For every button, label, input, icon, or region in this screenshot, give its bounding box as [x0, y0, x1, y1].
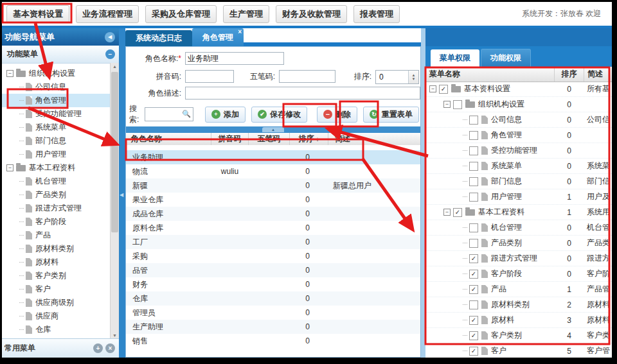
spinner-arrows[interactable]: ▲▼	[408, 71, 418, 83]
permission-checkbox[interactable]	[469, 270, 478, 279]
table-row[interactable]: 原料仓库 0	[126, 221, 420, 235]
main-tab[interactable]: 系统动态日志 ×	[125, 30, 192, 46]
tab-close-icon[interactable]: ×	[238, 29, 242, 35]
top-menu-button[interactable]: 报表管理	[353, 5, 400, 23]
role-name-input[interactable]	[185, 52, 284, 65]
permission-tab[interactable]: 菜单权限	[431, 49, 479, 67]
collapse-minus-icon[interactable]: −	[105, 49, 115, 59]
permission-checkbox[interactable]	[469, 347, 478, 356]
sidebar-tree-item[interactable]: − 机台管理	[2, 175, 111, 188]
sidebar-tree-item[interactable]: − 部门信息	[2, 134, 111, 148]
permission-checkbox[interactable]	[469, 254, 478, 263]
permission-tree-row[interactable]: − 基本资料设置 0 所有基	[425, 82, 612, 97]
table-row[interactable]: 销售 0	[126, 334, 420, 348]
splitter-collapse-icon[interactable]: ◀	[120, 192, 123, 198]
permission-checkbox[interactable]	[469, 177, 478, 186]
wubi-input[interactable]	[279, 70, 335, 83]
top-menu-button[interactable]: 基本资料设置	[6, 5, 69, 23]
permission-tree-row[interactable]: − 用户管理 1 用户及	[425, 189, 612, 205]
permission-tree-row[interactable]: − 系统菜单 0 系统菜	[425, 159, 612, 174]
expander-icon[interactable]: −	[443, 209, 451, 216]
permission-tree-row[interactable]: − 原材料 3 原材料	[425, 313, 612, 328]
sort-spinner[interactable]: 0 ▲▼	[375, 70, 419, 84]
table-row[interactable]: 采购 0	[126, 249, 420, 263]
permission-checkbox[interactable]	[469, 116, 478, 125]
sidebar-tree-item[interactable]: − 原材料	[2, 256, 111, 269]
sidebar-bottom-bar[interactable]: 常用菜单 + ×	[2, 338, 119, 358]
permission-tree-row[interactable]: − 部门信息 0 部门信	[425, 174, 612, 189]
permission-tree-row[interactable]: − 产品类别 0 产品类	[425, 236, 612, 251]
sidebar-tree-item[interactable]: − 系统菜单	[2, 121, 111, 134]
sidebar-tree-item[interactable]: − 组织机构设置	[2, 67, 111, 80]
permission-tree-row[interactable]: − 客户类别 4 客户类	[425, 328, 612, 343]
permission-checkbox[interactable]	[469, 162, 478, 171]
expander-icon[interactable]: −	[6, 164, 13, 171]
permission-tab[interactable]: 功能权限	[481, 49, 531, 67]
search-icon[interactable]: 🔍	[182, 110, 191, 118]
top-menu-button[interactable]: 业务流程管理	[76, 5, 139, 23]
table-row[interactable]: 果业仓库 0	[126, 193, 420, 207]
table-row[interactable]: 品管 0	[126, 263, 420, 277]
permission-tree-row[interactable]: − 受控功能管理 0	[425, 143, 612, 159]
top-menu-button[interactable]: 采购及仓库管理	[145, 5, 217, 23]
sidebar-section-header[interactable]: 功能菜单 −	[2, 46, 119, 64]
permission-tree-row[interactable]: − 角色管理 0	[425, 128, 612, 143]
table-row[interactable]: 新疆 0 新疆总用户	[126, 178, 420, 193]
permission-tree-row[interactable]: − 组织机构设置 0	[425, 97, 612, 112]
save-button[interactable]: ✔保存修改	[251, 107, 307, 123]
table-row[interactable]: 业务助理 0	[126, 150, 420, 164]
reset-button[interactable]: ↻重置表单	[363, 107, 419, 123]
column-header-sort[interactable]: 排序↓	[290, 133, 328, 145]
table-row[interactable]: 工厂 0	[126, 235, 420, 249]
permission-tree-row[interactable]: − 产品 1 产品管	[425, 282, 612, 297]
sidebar-splitter[interactable]: ◀	[119, 28, 125, 358]
permission-checkbox[interactable]	[439, 85, 448, 94]
permission-tree-row[interactable]: − 客户 5 客户管	[425, 343, 612, 358]
plus-circle-icon[interactable]: +	[93, 343, 103, 353]
permission-checkbox[interactable]	[469, 331, 478, 340]
permission-tree-row[interactable]: − 客户阶段 0 客户阶	[425, 266, 612, 282]
expander-icon[interactable]: −	[429, 85, 436, 92]
main-tab[interactable]: 角色管理 ×	[192, 28, 244, 46]
table-row[interactable]: 仓库 0	[126, 291, 420, 306]
top-menu-button[interactable]: 财务及收款管理	[276, 5, 347, 23]
scroll-up-icon[interactable]: ▲	[111, 64, 119, 69]
sidebar-tree-item[interactable]: − 产品	[2, 229, 111, 242]
permission-tree-row[interactable]: − 机台管理 0 机台管	[425, 220, 612, 236]
permission-tree-row[interactable]: − 跟进方式管理 0 跟进方	[425, 251, 612, 266]
sidebar-tree-item[interactable]: − 供应商	[2, 309, 111, 323]
column-header-pinyin[interactable]: 拼音码	[211, 133, 249, 145]
sidebar-tree-item[interactable]: − 基本工程资料	[2, 161, 111, 175]
scroll-down-icon[interactable]: ▼	[111, 333, 119, 338]
sidebar-tree-item[interactable]: − 客户阶段	[2, 215, 111, 229]
sidebar-tree-item[interactable]: − 角色管理	[2, 94, 111, 107]
permission-tree-row[interactable]: − 基本工程资料 1 系统用	[425, 205, 612, 220]
permission-checkbox[interactable]	[469, 193, 478, 202]
expander-icon[interactable]: −	[443, 101, 451, 108]
permission-tree-row[interactable]: − 公司信息 0 公司信	[425, 112, 612, 128]
table-row[interactable]: 物流 wuliu 0	[126, 164, 420, 178]
sidebar-tree-item[interactable]: − 公司信息	[2, 80, 111, 94]
add-button[interactable]: +添加	[205, 107, 246, 123]
permission-tree-row[interactable]: − 原材料类别 2 原材料	[425, 297, 612, 313]
permission-checkbox[interactable]	[469, 239, 478, 248]
permission-checkbox[interactable]	[469, 131, 478, 140]
permission-checkbox[interactable]	[469, 285, 478, 294]
collapse-left-icon[interactable]: ◀	[105, 32, 115, 42]
column-header-desc[interactable]: 简述	[328, 133, 420, 145]
sidebar-tree-item[interactable]: − 客户类别	[2, 269, 111, 282]
sidebar-tree-item[interactable]: − 用户管理	[2, 148, 111, 161]
column-header-name[interactable]: 角色名称	[126, 133, 211, 145]
role-desc-input[interactable]	[185, 87, 420, 100]
column-header-wubi[interactable]: 五笔码	[249, 133, 290, 145]
sidebar-tree-item[interactable]: − 原材料类别	[2, 242, 111, 256]
sidebar-tree-item[interactable]: − 客户	[2, 282, 111, 296]
permission-checkbox[interactable]	[469, 146, 478, 155]
permission-checkbox[interactable]	[453, 100, 462, 109]
column-header-menu-name[interactable]: 菜单名称	[425, 67, 555, 82]
table-row[interactable]: 成品仓库 0	[126, 207, 420, 221]
permission-checkbox[interactable]	[469, 223, 478, 232]
pinyin-input[interactable]	[185, 70, 234, 83]
sidebar-tree-item[interactable]: − 受控功能管理	[2, 107, 111, 121]
table-row[interactable]: 财务 0	[126, 277, 420, 291]
